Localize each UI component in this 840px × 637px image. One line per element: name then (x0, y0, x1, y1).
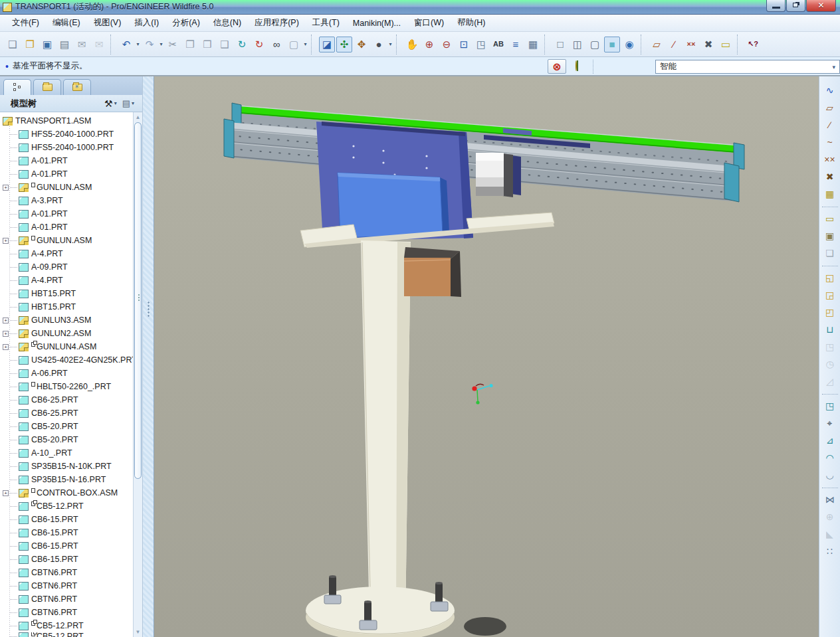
tree-row[interactable]: +GUNLUN3.ASM (0, 314, 133, 327)
tree-row[interactable]: +GUNLUN4.ASM (0, 340, 133, 353)
expand-button[interactable]: + (3, 490, 9, 496)
tree-row[interactable]: A-01.PRT (0, 167, 133, 181)
context-help-icon[interactable]: ↖? (745, 37, 761, 52)
undo-icon[interactable]: ↶ (118, 37, 134, 52)
tree-row[interactable]: HFS5-2040-1000.PRT (0, 128, 133, 141)
zoom-out-icon[interactable]: ⊖ (439, 37, 455, 52)
view-manager-icon[interactable]: ▦ (525, 37, 541, 52)
wireframe-icon[interactable]: □ (552, 37, 568, 52)
datum-plane-icon[interactable]: ▱ (822, 100, 838, 116)
feature-note-icon[interactable]: ▣ (822, 228, 838, 244)
draft-icon[interactable]: ⊿ (822, 432, 838, 448)
tree-row[interactable]: CB5-12.PRT (0, 619, 133, 632)
tab-folder-browser[interactable] (33, 79, 61, 95)
tree-settings-icon[interactable]: ▤ (122, 98, 130, 108)
redo-icon[interactable]: ↷ (142, 37, 158, 52)
print-setup-icon[interactable]: ✉ (74, 37, 90, 52)
tree-row[interactable]: CB6-15.PRT (0, 526, 133, 539)
pedestal-column[interactable] (361, 240, 411, 621)
paste-icon[interactable]: ❒ (199, 37, 215, 52)
render-style-icon[interactable]: ● (371, 37, 387, 52)
datum-curve-icon[interactable]: ~ (822, 134, 838, 150)
package-component-icon[interactable]: ◰ (822, 304, 838, 320)
paste-special-icon[interactable]: ❑ (217, 37, 233, 52)
tree-row[interactable]: +GUNLUN2.ASM (0, 327, 133, 340)
print-icon[interactable]: ▤ (56, 37, 72, 52)
tree-row[interactable]: CB5-20.PRT (0, 420, 133, 433)
pattern-icon[interactable]: ∷ (822, 543, 838, 559)
expand-button[interactable]: + (3, 318, 9, 323)
tree-row[interactable]: CB6-15.PRT (0, 553, 133, 566)
title-bar[interactable]: TRANSPORT1 (活动的) - Pro/ENGINEER Wildfire… (0, 0, 840, 15)
anchor-bolt[interactable] (324, 575, 341, 604)
menu-help[interactable]: 帮助(H) (451, 15, 492, 31)
plane-display-icon[interactable]: ▱ (649, 37, 665, 52)
assemble-component-icon[interactable]: ◱ (822, 270, 838, 286)
tree-row[interactable]: A-4.PRT (0, 274, 133, 287)
hole-icon[interactable]: ⌖ (822, 415, 838, 431)
datum-toggle-icon[interactable]: ◪ (319, 37, 335, 52)
no-hidden-icon[interactable]: ▢ (587, 37, 603, 52)
scroll-down-icon[interactable]: ▼ (134, 629, 142, 635)
zoom-in-icon[interactable]: ⊕ (421, 37, 437, 52)
menu-tools[interactable]: 工具(T) (306, 15, 346, 31)
style-curve-icon[interactable]: ∿ (822, 82, 838, 98)
minimize-button[interactable] (766, 0, 786, 12)
hidden-line-icon[interactable]: ◫ (570, 37, 585, 52)
restore-button[interactable] (786, 0, 805, 12)
axis-display-icon[interactable]: ∕ (666, 37, 682, 52)
enhanced-realism-icon[interactable]: ◉ (621, 37, 637, 52)
csys-display-icon[interactable]: ✖ (700, 37, 716, 52)
tree-tools-icon[interactable]: ⚒ (104, 98, 113, 109)
reorient-icon[interactable]: ◳ (473, 37, 489, 52)
menu-window[interactable]: 窗口(W) (407, 15, 451, 31)
ref-note-icon[interactable]: ❏ (822, 245, 838, 261)
tree-row[interactable]: HBT15.PRT (0, 300, 133, 314)
tree-row[interactable]: CBTN6.PRT (0, 606, 133, 619)
datum-csys-icon[interactable]: ✖ (822, 169, 838, 185)
tree-row[interactable]: +GUNLUN.ASM (0, 234, 133, 247)
point-field-icon[interactable]: ▦ (822, 186, 838, 202)
tree-row[interactable]: A-3.PRT (0, 194, 133, 207)
note-icon[interactable]: ▭ (822, 211, 838, 227)
find-icon[interactable]: ∞ (268, 37, 284, 52)
tree-row[interactable]: CB5-12.PRT (0, 500, 133, 513)
tree-row[interactable]: CBTN6.PRT (0, 566, 133, 579)
expand-button[interactable]: + (3, 344, 9, 350)
selection-filter-combo[interactable]: 智能 ▾ (655, 60, 840, 74)
saved-views-icon[interactable]: AB (490, 37, 506, 52)
pan-icon[interactable]: ✋ (404, 37, 420, 52)
annotation-display-icon[interactable]: ▭ (718, 37, 734, 52)
3d-viewport[interactable] (154, 76, 819, 637)
tree-row[interactable]: CB6-15.PRT (0, 539, 133, 553)
regenerate-manager-icon[interactable]: ↻ (251, 37, 267, 52)
tree-row[interactable]: US425-402E2-4GN25K.PRT (0, 353, 133, 367)
menu-insert[interactable]: 插入(I) (128, 15, 165, 31)
tree-row[interactable]: +GUNLUN.ASM (0, 181, 133, 194)
save-file-icon[interactable]: ▣ (39, 37, 55, 52)
undo-dropdown[interactable]: ▾ (135, 41, 141, 47)
tree-row[interactable]: CB5-12.PRT (0, 632, 133, 637)
menu-analysis[interactable]: 分析(A) (165, 15, 207, 31)
tree-row[interactable]: CBTN6.PRT (0, 579, 133, 592)
redo-dropdown[interactable]: ▾ (158, 41, 164, 47)
tree-row[interactable]: HFS5-2040-1000.PRT (0, 141, 133, 154)
csys-marker[interactable] (472, 384, 492, 405)
tree-row[interactable]: TRANSPORT1.ASM (0, 114, 133, 128)
render-style-dropdown[interactable]: ▾ (387, 41, 393, 47)
tree-row[interactable]: HBT15.PRT (0, 287, 133, 300)
tree-tools-dropdown[interactable]: ▾ (114, 100, 117, 106)
scrollbar-thumb[interactable] (134, 122, 142, 479)
expand-button[interactable]: + (3, 331, 9, 337)
tree-row[interactable]: A-01.PRT (0, 207, 133, 221)
boundary-surface-icon[interactable]: ◡ (822, 467, 838, 483)
menu-edit[interactable]: 编辑(E) (46, 15, 87, 31)
menu-view[interactable]: 视图(V) (87, 15, 128, 31)
menu-file[interactable]: 文件(F) (5, 15, 46, 31)
tab-favorites[interactable] (63, 79, 91, 95)
tree-row[interactable]: A-06.PRT (0, 367, 133, 380)
regenerate-icon[interactable]: ↻ (234, 37, 250, 52)
junction-box[interactable] (404, 247, 461, 297)
extrude-box-icon[interactable]: ◳ (822, 398, 838, 414)
scroll-up-icon[interactable]: ▲ (134, 114, 142, 120)
